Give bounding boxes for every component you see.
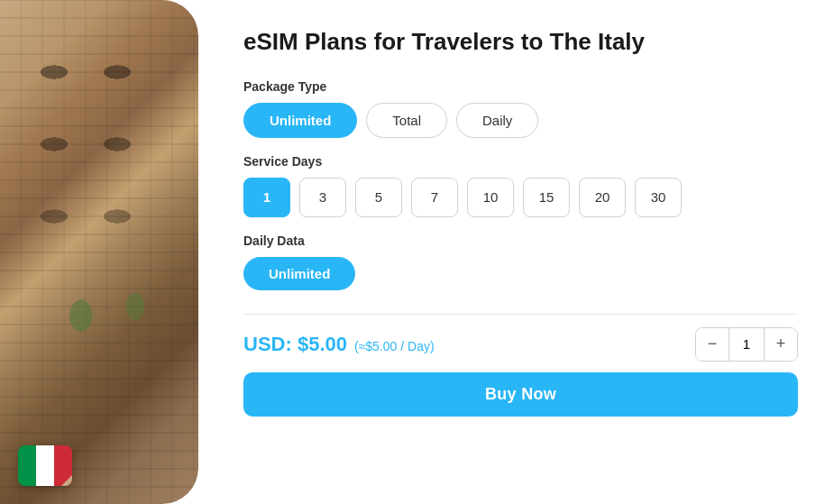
quantity-decrease-button[interactable]: − [696,328,729,361]
price-per-day: (≈$5.00 / Day) [354,339,435,353]
service-day-20[interactable]: 20 [579,178,626,217]
service-day-10[interactable]: 10 [467,178,514,217]
price-currency-amount: USD: $5.00 [243,333,347,356]
service-day-30[interactable]: 30 [635,178,682,217]
package-type-unlimited[interactable]: Unlimited [243,103,357,138]
service-day-5[interactable]: 5 [355,178,402,217]
package-type-daily[interactable]: Daily [456,103,538,138]
flag-stripe-white [36,445,54,486]
package-type-options: Unlimited Total Daily [243,103,798,138]
divider [243,314,798,315]
quantity-increase-button[interactable]: + [765,328,797,361]
flag-stripe-red [54,445,72,486]
page-title: eSIM Plans for Travelers to The Italy [243,27,798,58]
destination-image [0,0,198,504]
price-amount: $5.00 [298,333,347,355]
price-quantity-row: USD: $5.00 (≈$5.00 / Day) − 1 + [243,327,798,362]
service-day-7[interactable]: 7 [411,178,458,217]
service-day-15[interactable]: 15 [523,178,570,217]
quantity-value: 1 [729,328,765,361]
quantity-controls: − 1 + [695,327,798,362]
main-content: eSIM Plans for Travelers to The Italy Pa… [198,0,834,504]
daily-data-value[interactable]: Unlimited [243,257,355,290]
service-day-1[interactable]: 1 [243,178,290,217]
service-days-section: Service Days 1 3 5 7 10 15 20 30 [243,154,798,217]
flag-stripe-green [18,445,36,486]
service-day-3[interactable]: 3 [299,178,346,217]
daily-data-label: Daily Data [243,234,798,248]
daily-data-section: Daily Data Unlimited [243,234,798,290]
package-type-section: Package Type Unlimited Total Daily [243,79,798,138]
service-days-label: Service Days [243,154,798,169]
service-days-options: 1 3 5 7 10 15 20 30 [243,178,798,217]
package-type-label: Package Type [243,79,798,94]
buy-now-button[interactable]: Buy Now [243,372,798,417]
country-flag [18,445,72,486]
price-info: USD: $5.00 (≈$5.00 / Day) [243,333,435,356]
package-type-total[interactable]: Total [366,103,447,138]
price-currency: USD: [243,333,292,355]
